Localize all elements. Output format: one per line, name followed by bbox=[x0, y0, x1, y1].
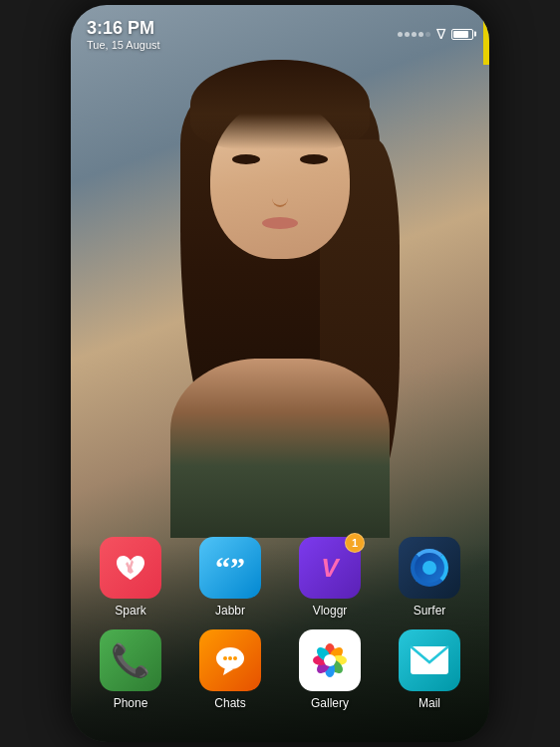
mail-label: Mail bbox=[419, 696, 440, 710]
status-bar: 3:16 PM Tue, 15 August ∇ bbox=[71, 5, 489, 55]
app-row-2: 📞 Phone Chats bbox=[81, 629, 479, 710]
gallery-label: Gallery bbox=[311, 696, 349, 710]
svg-point-13 bbox=[324, 654, 336, 666]
chats-label: Chats bbox=[214, 696, 245, 710]
app-surfer[interactable]: Surfer bbox=[390, 537, 469, 618]
battery-fill bbox=[453, 31, 468, 38]
surfer-label: Surfer bbox=[414, 604, 446, 618]
signal-dot-2 bbox=[405, 32, 410, 37]
gallery-icon[interactable] bbox=[299, 629, 361, 691]
jabbr-quote-icon: “” bbox=[215, 553, 245, 583]
spark-icon[interactable] bbox=[100, 537, 161, 599]
phone-screen: 3:16 PM Tue, 15 August ∇ bbox=[71, 5, 489, 742]
status-left: 3:16 PM Tue, 15 August bbox=[87, 18, 160, 51]
phone-icon[interactable]: 📞 bbox=[100, 629, 161, 691]
phone-frame: 3:16 PM Tue, 15 August ∇ bbox=[71, 5, 489, 742]
status-right: ∇ bbox=[398, 26, 473, 42]
surfer-icon[interactable] bbox=[399, 537, 460, 599]
surfer-inner-dot bbox=[422, 561, 436, 575]
wifi-icon: ∇ bbox=[436, 26, 445, 42]
app-row-1: Spark “” Jabbr V 1 Vloggr bbox=[81, 537, 479, 618]
signal-dot-3 bbox=[412, 32, 417, 37]
vloggr-icon[interactable]: V 1 bbox=[299, 537, 361, 599]
signal-dot-5 bbox=[425, 32, 430, 37]
spark-heart-svg bbox=[113, 550, 148, 586]
svg-point-2 bbox=[223, 656, 227, 660]
phone-handset-icon: 📞 bbox=[111, 641, 150, 679]
app-spark[interactable]: Spark bbox=[91, 537, 170, 618]
chats-icon[interactable] bbox=[199, 629, 261, 691]
vloggr-badge: 1 bbox=[345, 533, 365, 553]
signal-dots bbox=[398, 32, 430, 37]
app-phone[interactable]: 📞 Phone bbox=[91, 629, 170, 710]
woman-figure bbox=[150, 60, 410, 538]
spark-label: Spark bbox=[115, 604, 145, 618]
surfer-edge-circle bbox=[411, 549, 448, 587]
phone-label: Phone bbox=[114, 696, 148, 710]
svg-point-4 bbox=[233, 656, 237, 660]
mail-icon[interactable] bbox=[399, 629, 460, 691]
jabbr-icon[interactable]: “” bbox=[199, 537, 261, 599]
app-grid: Spark “” Jabbr V 1 Vloggr bbox=[71, 537, 489, 722]
app-gallery[interactable]: Gallery bbox=[290, 629, 370, 710]
vloggr-v-icon: V bbox=[321, 553, 338, 584]
gallery-flower-svg bbox=[309, 639, 351, 681]
mail-envelope-svg bbox=[409, 644, 450, 676]
app-vloggr[interactable]: V 1 Vloggr bbox=[290, 537, 370, 618]
shoulder-area bbox=[170, 359, 390, 538]
svg-point-3 bbox=[228, 656, 232, 660]
jabbr-label: Jabbr bbox=[215, 604, 245, 618]
app-chats[interactable]: Chats bbox=[190, 629, 270, 710]
signal-dot-4 bbox=[419, 32, 423, 37]
chats-bubble-svg bbox=[211, 641, 249, 679]
battery-icon bbox=[451, 29, 473, 40]
hair-front bbox=[190, 60, 370, 149]
app-jabbr[interactable]: “” Jabbr bbox=[190, 537, 270, 618]
status-date: Tue, 15 August bbox=[87, 39, 160, 51]
signal-dot-1 bbox=[398, 32, 403, 37]
vloggr-label: Vloggr bbox=[313, 604, 348, 618]
status-time: 3:16 PM bbox=[87, 18, 160, 39]
app-mail[interactable]: Mail bbox=[390, 629, 469, 710]
